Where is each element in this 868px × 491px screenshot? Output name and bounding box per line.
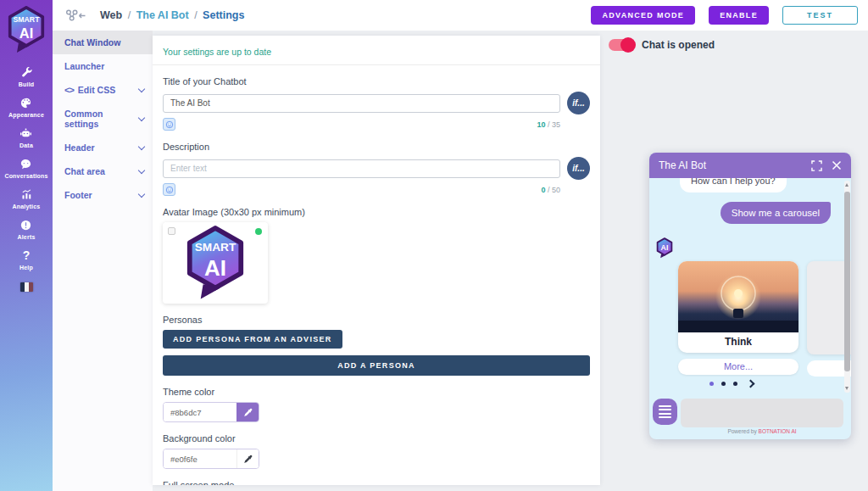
svg-text:AI: AI — [204, 256, 226, 280]
analytics-chart-icon — [20, 188, 33, 201]
settings-nav: Chat Window Launcher <> Edit CSS Common … — [53, 31, 153, 491]
add-persona-button[interactable]: ADD A PERSONA — [163, 355, 590, 376]
card-more-button[interactable]: More... — [678, 359, 798, 375]
add-persona-adviser-button[interactable]: ADD PERSONA FROM AN ADVISER — [163, 330, 342, 349]
hamburger-icon — [659, 405, 671, 407]
chat-input-bar[interactable] — [681, 399, 843, 427]
fullscreen-label: Full screen mode — [163, 480, 590, 485]
breadcrumb-page: Settings — [203, 9, 244, 21]
sidebar-label-build: Build — [19, 81, 35, 87]
avatar-image-card[interactable]: SMART AI — [163, 222, 268, 304]
personas-label: Personas — [163, 315, 590, 325]
smiley-icon — [165, 120, 174, 129]
chat-menu-button[interactable] — [653, 399, 677, 425]
close-icon[interactable] — [832, 160, 842, 170]
logo-text-top: SMART — [13, 15, 40, 24]
language-flag-icon[interactable] — [20, 282, 33, 292]
background-color-field — [163, 449, 259, 469]
workspace-back-icon[interactable] — [64, 8, 86, 23]
chevron-down-icon — [138, 191, 145, 198]
chat-opened-toggle[interactable] — [609, 39, 634, 51]
svg-text:SMART: SMART — [195, 241, 236, 254]
sidebar-item-help[interactable]: ? Help — [19, 249, 33, 271]
breadcrumb: Web / The AI Bot / Settings — [100, 9, 244, 21]
chat-opened-label: Chat is opened — [642, 39, 715, 51]
sidebar-item-data[interactable]: Data — [19, 127, 33, 148]
carousel-pagination — [649, 381, 814, 387]
description-input[interactable] — [163, 159, 560, 178]
carousel-next-icon[interactable] — [747, 380, 755, 388]
background-color-label: Background color — [163, 433, 590, 444]
avatar-smart-ai-image: SMART AI — [185, 226, 246, 300]
nav-item-edit-css[interactable]: <> Edit CSS — [53, 78, 153, 102]
chat-body: How can I help you? Show me a carousel A… — [649, 178, 851, 439]
test-button[interactable]: TEST — [782, 6, 858, 25]
background-color-picker-button[interactable] — [236, 449, 259, 468]
chat-header: The AI Bot — [649, 153, 851, 178]
sidebar-label-alerts: Alerts — [17, 234, 35, 240]
advanced-mode-button[interactable]: ADVANCED MODE — [591, 6, 695, 25]
theme-color-input[interactable] — [164, 403, 236, 421]
chat-scrollbar[interactable] — [844, 181, 850, 393]
emoji-picker-button[interactable] — [163, 183, 175, 196]
emoji-picker-button[interactable] — [163, 118, 175, 131]
card-title: Think — [678, 332, 798, 353]
condition-if-button[interactable]: if... — [567, 157, 590, 180]
sidebar-item-analytics[interactable]: Analytics — [13, 188, 41, 209]
avatar-checkbox[interactable] — [168, 227, 175, 235]
sidebar-item-build[interactable]: Build — [19, 66, 35, 87]
nav-item-launcher[interactable]: Launcher — [53, 54, 153, 78]
fullscreen-icon[interactable] — [811, 160, 822, 171]
nav-item-footer[interactable]: Footer — [53, 183, 153, 207]
help-icon: ? — [23, 249, 31, 262]
sidebar-item-appearance[interactable]: Appearance — [8, 97, 44, 118]
scrollbar-thumb[interactable] — [844, 192, 850, 371]
bot-avatar-icon: AI — [656, 237, 673, 259]
enable-button[interactable]: ENABLE — [709, 6, 769, 25]
carousel-dot[interactable] — [733, 382, 737, 386]
palette-icon — [19, 97, 32, 109]
logo-text-bottom: AI — [19, 25, 34, 42]
scroll-up-icon[interactable] — [845, 183, 849, 187]
theme-color-picker-button[interactable] — [236, 403, 259, 421]
topbar: Web / The AI Bot / Settings ADVANCED MOD… — [53, 0, 868, 31]
chat-title: The AI Bot — [659, 159, 706, 171]
theme-color-label: Theme color — [163, 387, 590, 397]
nav-item-chat-window[interactable]: Chat Window — [53, 31, 153, 54]
robot-icon — [19, 127, 32, 140]
nav-item-header[interactable]: Header — [53, 136, 153, 159]
chevron-down-icon — [138, 167, 145, 174]
avatar-active-dot — [255, 228, 262, 235]
breadcrumb-bot[interactable]: The AI Bot — [136, 9, 189, 21]
sidebar-label-conversations: Conversations — [4, 173, 47, 179]
eyedropper-icon — [243, 408, 253, 417]
sidebar-item-conversations[interactable]: Conversations — [4, 158, 47, 179]
scroll-down-icon[interactable] — [845, 387, 849, 390]
sidebar-item-alerts[interactable]: Alerts — [17, 219, 35, 240]
condition-if-button[interactable]: if... — [567, 92, 590, 114]
title-label: Title of your Chatbot — [163, 76, 590, 86]
app-logo[interactable]: SMART AI — [7, 6, 46, 57]
chatbot-title-input[interactable] — [163, 94, 560, 113]
carousel-dot[interactable] — [709, 382, 714, 386]
nav-item-common-settings[interactable]: Common settings — [53, 102, 153, 136]
smiley-icon — [165, 186, 174, 194]
user-message-bubble: Show me a carousel — [721, 202, 831, 224]
chevron-down-icon — [138, 86, 145, 92]
chevron-down-icon — [138, 143, 145, 150]
carousel-dot[interactable] — [721, 382, 726, 386]
background-color-input[interactable] — [164, 449, 236, 468]
botnation-brand[interactable]: BOTNATION AI — [759, 428, 797, 434]
sidebar-label-appearance: Appearance — [8, 112, 44, 118]
avatar-label: Avatar Image (30x30 px minimum) — [163, 207, 590, 217]
nav-item-chat-area[interactable]: Chat area — [53, 159, 153, 183]
wrench-icon — [20, 66, 33, 79]
sidebar-label-analytics: Analytics — [13, 204, 41, 209]
settings-status: Your settings are up to date — [153, 36, 600, 65]
description-label: Description — [163, 142, 590, 152]
chevron-down-icon — [138, 114, 145, 121]
settings-panel: Your settings are up to date Title of yo… — [153, 36, 600, 485]
breadcrumb-app[interactable]: Web — [100, 9, 122, 21]
card-lightbulb-image — [678, 261, 798, 332]
carousel-card[interactable]: Think — [678, 261, 798, 353]
